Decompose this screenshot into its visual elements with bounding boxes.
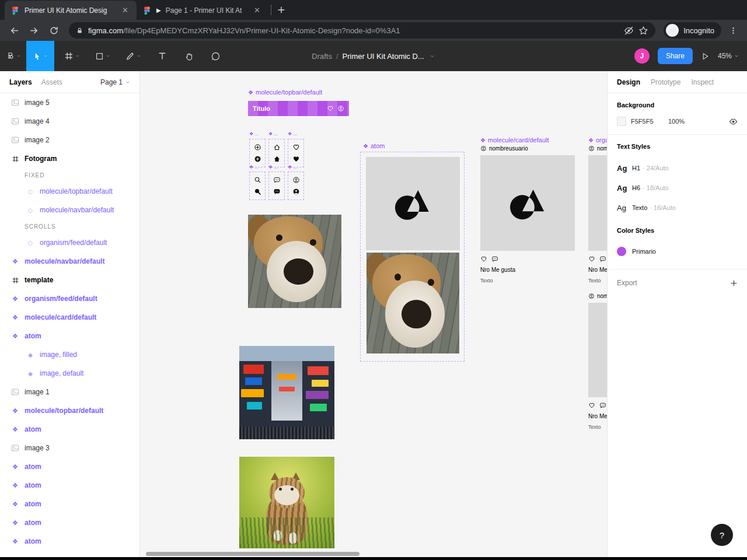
icon-atom-frame[interactable] — [249, 139, 266, 167]
atom-component-label[interactable]: ❖... — [249, 164, 259, 170]
horizontal-scrollbar[interactable] — [146, 552, 359, 556]
tab-inspect[interactable]: Inspect — [691, 78, 714, 86]
background-hex[interactable]: F5F5F5 — [631, 118, 668, 125]
feed-image-placeholder[interactable] — [588, 303, 607, 397]
layer-row[interactable]: ◆image, filled — [0, 345, 139, 364]
tab-layers[interactable]: Layers — [9, 78, 32, 86]
tab-design[interactable]: Design — [617, 78, 640, 86]
reload-button[interactable] — [46, 22, 62, 38]
icon-atom-frame[interactable] — [288, 172, 304, 200]
atom-component-label[interactable]: ❖... — [288, 131, 297, 136]
card-component[interactable]: ❖molecule/card/default nombreusuario Nro… — [480, 136, 575, 284]
visibility-toggle[interactable] — [729, 117, 738, 126]
topbar-component[interactable]: Título — [248, 101, 349, 116]
layer-row[interactable]: ◇molecule/topbar/default — [0, 182, 139, 201]
design-canvas[interactable]: ❖molecule/topbar/default Título ❖... ❖..… — [140, 71, 607, 557]
text-style-row[interactable]: Ag H6 · 18/Auto — [617, 178, 738, 198]
image-placeholder[interactable] — [366, 157, 460, 250]
comment-icon[interactable] — [491, 256, 498, 262]
move-tool-selected[interactable] — [26, 41, 54, 71]
layer-row[interactable]: ❖atom — [0, 420, 139, 439]
layer-row[interactable]: ◆image, default — [0, 364, 139, 383]
tab-assets[interactable]: Assets — [41, 78, 62, 86]
icon-atom-frame[interactable] — [249, 172, 266, 200]
layer-row[interactable]: image 2 — [0, 131, 139, 149]
layer-row[interactable]: ◇molecule/navbar/default — [0, 201, 139, 219]
layer-row[interactable]: image 5 — [0, 93, 139, 112]
tab-close-icon[interactable]: ✕ — [120, 5, 131, 15]
tab-close-icon[interactable]: ✕ — [252, 5, 263, 15]
url-bar[interactable]: figma.com/file/Dp4EpMEDYCmzXRYaHJ32Vn/Pr… — [69, 22, 655, 38]
dog-photo[interactable] — [366, 253, 459, 354]
feed-image-placeholder[interactable] — [588, 155, 607, 251]
eye-off-icon[interactable] — [624, 26, 634, 36]
layer-row[interactable]: image 3 — [0, 439, 139, 457]
atom-component-label[interactable]: ❖... — [288, 164, 297, 170]
atom-variant-frame[interactable] — [360, 152, 465, 362]
atom-component-label[interactable]: ❖... — [249, 131, 259, 136]
breadcrumb-folder[interactable]: Drafts — [312, 52, 332, 61]
layer-row[interactable]: ❖atom — [0, 532, 139, 551]
frame-tool[interactable] — [59, 41, 85, 71]
plus-icon[interactable] — [730, 279, 738, 287]
heart-icon[interactable] — [588, 256, 595, 262]
layer-row[interactable]: ❖atom — [0, 476, 139, 495]
layer-row[interactable]: Fotogram — [0, 149, 139, 168]
shape-tool[interactable] — [90, 41, 116, 71]
browser-tab-1[interactable]: Primer UI Kit Atomic Desig ✕ — [5, 1, 137, 20]
layer-row[interactable]: ❖molecule/navbar/default — [0, 252, 139, 271]
hand-tool[interactable] — [179, 41, 200, 71]
icon-atom-frame[interactable] — [288, 139, 304, 167]
page-selector[interactable]: Page 1 — [100, 78, 130, 86]
avatar[interactable]: J — [634, 48, 650, 64]
main-menu-button[interactable] — [0, 41, 26, 71]
text-style-row[interactable]: Ag H1 · 24/Auto — [617, 158, 738, 178]
back-button[interactable] — [6, 22, 22, 38]
tab-prototype[interactable]: Prototype — [651, 78, 680, 86]
city-photo[interactable] — [239, 346, 334, 439]
layer-row[interactable]: ❖molecule/card/default — [0, 308, 139, 327]
atom-component-label[interactable]: ❖... — [268, 164, 278, 170]
layer-row[interactable]: ❖atom — [0, 495, 139, 513]
zoom-control[interactable]: 45% — [718, 52, 739, 60]
chevron-down-icon[interactable] — [430, 54, 435, 59]
layer-row[interactable]: image 1 — [0, 383, 139, 401]
present-play-button[interactable] — [701, 52, 710, 61]
atom-component-label[interactable]: ❖... — [268, 131, 278, 136]
export-section[interactable]: Export — [608, 270, 747, 296]
comment-icon[interactable] — [599, 402, 606, 409]
bookmark-star-icon[interactable] — [638, 26, 648, 36]
text-tool[interactable] — [152, 41, 172, 71]
color-style-row[interactable]: Primario — [617, 242, 738, 261]
card-image-placeholder[interactable] — [480, 155, 575, 251]
forward-button[interactable] — [26, 22, 42, 38]
icon-atom-frame[interactable] — [268, 172, 285, 200]
background-opacity[interactable]: 100% — [668, 118, 685, 125]
layer-row[interactable]: ◇organism/feed/default — [0, 233, 139, 252]
feed-component[interactable]: ❖organism/feed/default nombreusuario Nro… — [588, 136, 607, 430]
background-color-swatch[interactable] — [617, 117, 626, 126]
pen-tool[interactable] — [120, 41, 146, 71]
topbar-component-label[interactable]: ❖molecule/topbar/default — [248, 89, 322, 96]
atom-component-label[interactable]: ❖atom — [363, 142, 385, 149]
feed-component-label[interactable]: ❖organism/feed/default — [588, 136, 607, 144]
layer-row[interactable]: template — [0, 271, 139, 289]
comment-icon[interactable] — [599, 256, 606, 262]
layer-row[interactable]: ❖atom — [0, 457, 139, 476]
layer-row[interactable]: ❖atom — [0, 327, 139, 345]
heart-icon[interactable] — [588, 402, 595, 409]
share-button[interactable]: Share — [658, 48, 693, 64]
kitten-photo[interactable] — [239, 457, 334, 548]
layer-row[interactable]: ❖organism/feed/default — [0, 289, 139, 308]
dog-photo[interactable] — [248, 215, 341, 308]
heart-icon[interactable] — [480, 256, 487, 262]
layer-row[interactable]: ❖atom — [0, 513, 139, 532]
icon-atom-frame[interactable] — [268, 139, 285, 167]
comment-tool[interactable] — [205, 41, 226, 71]
new-tab-button[interactable] — [274, 2, 289, 18]
help-button[interactable]: ? — [711, 524, 733, 546]
browser-menu-button[interactable] — [725, 22, 741, 38]
layer-row[interactable]: ❖molecule/topbar/default — [0, 401, 139, 420]
browser-tab-2[interactable]: ▶ Page 1 - Primer UI Kit At ✕ — [137, 1, 268, 20]
layer-row[interactable]: image 4 — [0, 112, 139, 131]
